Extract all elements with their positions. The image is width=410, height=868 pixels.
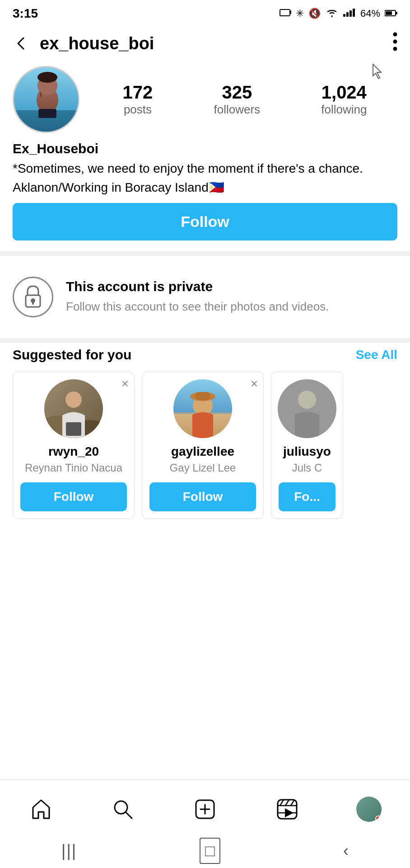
- suggested-cards-list: ×: [13, 372, 397, 519]
- profile-stats: 172 posts 325 followers 1,024 following: [92, 82, 397, 117]
- profile-header: ex_house_boi: [0, 25, 410, 61]
- profile-section: 172 posts 325 followers 1,024 following …: [0, 61, 410, 247]
- android-back-button[interactable]: ‹: [343, 841, 349, 860]
- section-divider: [0, 251, 410, 256]
- svg-marker-36: [285, 808, 294, 817]
- profile-bio: Ex_Houseboi *Sometimes, we need to enjoy…: [13, 141, 397, 195]
- mute-icon: 🔇: [308, 8, 321, 19]
- svg-point-16: [37, 72, 57, 83]
- svg-point-24: [65, 392, 82, 408]
- suggestion-card-2: ×: [142, 372, 264, 519]
- svg-rect-3: [346, 12, 349, 17]
- status-time: 3:15: [13, 6, 38, 21]
- svg-rect-20: [32, 302, 34, 305]
- status-bar: 3:15 ✳ 🔇: [0, 0, 410, 25]
- private-account-section: This account is private Follow this acco…: [0, 260, 410, 334]
- more-options-button[interactable]: [393, 32, 397, 55]
- suggested-title: Suggested for you: [13, 347, 131, 363]
- suggestion-card-1: ×: [13, 372, 135, 519]
- profile-top: 172 posts 325 followers 1,024 following: [13, 66, 397, 133]
- see-all-button[interactable]: See All: [356, 348, 397, 362]
- svg-point-10: [393, 40, 397, 44]
- svg-point-11: [393, 47, 397, 51]
- following-stat[interactable]: 1,024 following: [321, 82, 367, 117]
- bio-quote: *Sometimes, we need to enjoy the moment …: [13, 159, 397, 178]
- suggestion-follow-button-2[interactable]: Follow: [149, 482, 256, 511]
- private-account-subtitle: Follow this account to see their photos …: [66, 298, 397, 316]
- android-home-button[interactable]: □: [200, 838, 220, 864]
- svg-rect-4: [349, 10, 352, 17]
- svg-rect-5: [353, 9, 355, 17]
- svg-rect-8: [386, 11, 392, 15]
- nav-home[interactable]: [23, 796, 59, 823]
- svg-rect-0: [280, 9, 290, 16]
- svg-rect-25: [66, 422, 81, 436]
- battery-percentage: 64%: [360, 8, 380, 19]
- svg-point-9: [393, 33, 397, 37]
- posts-count: 172: [123, 82, 153, 103]
- suggestion-follow-button-1[interactable]: Follow: [20, 482, 127, 511]
- suggested-header: Suggested for you See All: [13, 347, 397, 363]
- section-divider-2: [0, 338, 410, 343]
- svg-point-33: [115, 801, 127, 814]
- suggestion-username-3: juliusyo: [283, 444, 331, 459]
- bio-display-name: Ex_Houseboi: [13, 141, 397, 156]
- posts-stat[interactable]: 172 posts: [123, 82, 153, 117]
- avatar: [13, 66, 79, 133]
- nav-reels[interactable]: [269, 796, 305, 823]
- nav-search[interactable]: [105, 796, 141, 823]
- status-icons: ✳ 🔇 64%: [279, 7, 397, 20]
- android-menu-button[interactable]: |||: [61, 841, 77, 860]
- battery-icon: [385, 8, 397, 19]
- wifi-icon: [325, 7, 339, 20]
- nav-profile[interactable]: [351, 796, 387, 823]
- bottom-nav: [0, 779, 410, 834]
- nav-create[interactable]: [187, 796, 223, 823]
- followers-label: followers: [214, 103, 260, 117]
- svg-rect-17: [38, 109, 56, 118]
- suggestion-username-1: rwyn_20: [48, 444, 99, 459]
- suggestion-follow-button-3[interactable]: Fo...: [279, 482, 335, 511]
- lock-icon: [13, 277, 53, 317]
- dismiss-suggestion-2[interactable]: ×: [251, 377, 258, 390]
- camera-icon: [279, 8, 291, 19]
- suggestion-avatar-1: [44, 379, 103, 438]
- private-text: This account is private Follow this acco…: [66, 279, 397, 316]
- suggestion-avatar-3: [278, 379, 336, 438]
- profile-username: ex_house_boi: [29, 34, 393, 53]
- suggestion-fullname-3: Juls C: [292, 462, 322, 474]
- svg-rect-2: [343, 14, 345, 17]
- suggestion-fullname-2: Gay Lizel Lee: [170, 462, 236, 474]
- bluetooth-icon: ✳: [296, 8, 304, 19]
- svg-point-32: [298, 391, 316, 409]
- android-navigation: ||| □ ‹: [0, 834, 410, 868]
- following-count: 1,024: [321, 82, 367, 103]
- following-label: following: [321, 103, 367, 117]
- follow-button[interactable]: Follow: [13, 203, 397, 241]
- suggestion-avatar-2: [173, 379, 232, 438]
- back-button[interactable]: [13, 35, 29, 52]
- suggested-section: Suggested for you See All ×: [0, 347, 410, 528]
- followers-stat[interactable]: 325 followers: [214, 82, 260, 117]
- suggestion-username-2: gaylizellee: [171, 444, 234, 459]
- followers-count: 325: [222, 82, 252, 103]
- suggestion-card-3: juliusyo Juls C Fo...: [271, 372, 343, 519]
- bio-location: Aklanon/Working in Boracay Island🇵🇭: [13, 180, 397, 195]
- svg-rect-7: [396, 12, 397, 14]
- posts-label: posts: [124, 103, 152, 117]
- signal-icon: [343, 8, 356, 19]
- dismiss-suggestion-1[interactable]: ×: [121, 377, 129, 390]
- suggestion-fullname-1: Reynan Tinio Nacua: [25, 462, 122, 474]
- private-account-title: This account is private: [66, 279, 397, 294]
- svg-rect-30: [195, 392, 210, 400]
